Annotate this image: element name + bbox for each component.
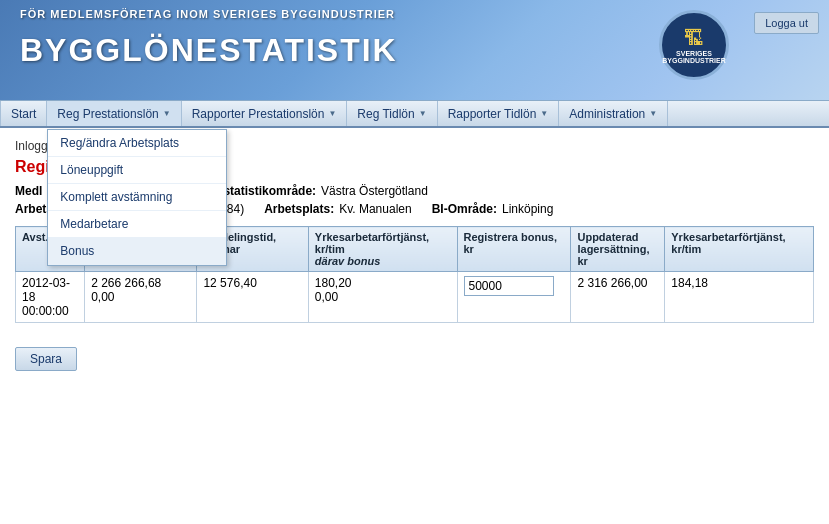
nav-item-rapporter-tidlön[interactable]: Rapporter Tidlön ▼	[438, 101, 560, 126]
arbetsplats-label: Arbetsplats:	[264, 202, 334, 216]
arbetsplats-item: Arbetsplats: Kv. Manualen	[264, 202, 412, 216]
header-title: BYGGLÖNESTATISTIK	[20, 32, 398, 69]
dropdown-item-löneuppgift[interactable]: Löneuppgift	[48, 157, 226, 184]
td-uppdaterad-yrkesarbetarfortjanst: 184,18	[665, 272, 814, 323]
logo-icon: 🏗	[684, 27, 704, 50]
nav-arrow-administration: ▼	[649, 109, 657, 118]
bi-omrade-value: Linköping	[502, 202, 553, 216]
nav-label-reg-tidlön: Reg Tidlön	[357, 107, 414, 121]
td-yrkesarbetarfortjanst: 180,20 0,00	[308, 272, 457, 323]
lonestatistik-value: Västra Östergötland	[321, 184, 428, 198]
save-button[interactable]: Spara	[15, 347, 77, 371]
dropdown-item-komplett-avstämning[interactable]: Komplett avstämning	[48, 184, 226, 211]
logout-button[interactable]: Logga ut	[754, 12, 819, 34]
dropdown-item-reg-arbetsplats[interactable]: Reg/ändra Arbetsplats	[48, 130, 226, 157]
th-registrera-bonus: Registrera bonus, kr	[457, 227, 571, 272]
th-yrkesarbetarfortjanst: Yrkesarbetarförtjänst, kr/tim därav bonu…	[308, 227, 457, 272]
td-avst-dag: 2012-03-1800:00:00	[16, 272, 85, 323]
th-uppdaterad: Uppdaterad lagersättning, kr	[571, 227, 665, 272]
logo: 🏗 SVERIGESBYGGINDUSTRIER	[659, 10, 729, 80]
bonus-input[interactable]	[464, 276, 554, 296]
nav-arrow-reg-prestationslön: ▼	[163, 109, 171, 118]
medl-item: Medl	[15, 184, 42, 198]
lonestatistik-item: Lönestatistikområde: Västra Östergötland	[195, 184, 428, 198]
nav-label-administration: Administration	[569, 107, 645, 121]
td-total-lagersattning: 2 266 266,68 0,00	[85, 272, 197, 323]
nav-label-rapporter-tidlön: Rapporter Tidlön	[448, 107, 537, 121]
nav-item-administration[interactable]: Administration ▼	[559, 101, 668, 126]
nav-label-reg-prestationslön: Reg Prestationslön	[57, 107, 158, 121]
td-registrera-bonus	[457, 272, 571, 323]
nav-item-reg-prestationslön[interactable]: Reg Prestationslön ▼ Reg/ändra Arbetspla…	[47, 101, 181, 126]
dropdown-item-medarbetare[interactable]: Medarbetare	[48, 211, 226, 238]
nav-arrow-reg-tidlön: ▼	[419, 109, 427, 118]
td-fordelingstid: 12 576,40	[197, 272, 308, 323]
nav-arrow-rapporter-tidlön: ▼	[540, 109, 548, 118]
nav-label-rapporter-prestationslön: Rapporter Prestationslön	[192, 107, 325, 121]
td-uppdaterad-lagersattning: 2 316 266,00	[571, 272, 665, 323]
dropdown-item-bonus[interactable]: Bonus	[48, 238, 226, 265]
arbetsplats-value: Kv. Manualen	[339, 202, 412, 216]
logo-text: SVERIGESBYGGINDUSTRIER	[662, 50, 725, 64]
header: FÖR MEDLEMSFÖRETAG INOM SVERIGES BYGGIND…	[0, 0, 829, 100]
nav-arrow-rapporter-prestationslön: ▼	[328, 109, 336, 118]
medl-label: Medl	[15, 184, 42, 198]
bi-omrade-item: BI-Område: Linköping	[432, 202, 554, 216]
bi-omrade-label: BI-Område:	[432, 202, 497, 216]
nav-item-start[interactable]: Start	[0, 101, 47, 126]
dropdown-menu: Reg/ändra Arbetsplats Löneuppgift Komple…	[47, 129, 227, 266]
header-subtitle: FÖR MEDLEMSFÖRETAG INOM SVERIGES BYGGIND…	[20, 8, 395, 20]
navbar: Start Reg Prestationslön ▼ Reg/ändra Arb…	[0, 100, 829, 128]
nav-item-rapporter-prestationslön[interactable]: Rapporter Prestationslön ▼	[182, 101, 348, 126]
table-row: 2012-03-1800:00:00 2 266 266,68 0,00 12 …	[16, 272, 814, 323]
th-uppdaterad-yrkesarbetarfortjanst: Yrkesarbetarförtjänst, kr/tim	[665, 227, 814, 272]
nav-item-reg-tidlön[interactable]: Reg Tidlön ▼	[347, 101, 437, 126]
nav-label-start: Start	[11, 107, 36, 121]
